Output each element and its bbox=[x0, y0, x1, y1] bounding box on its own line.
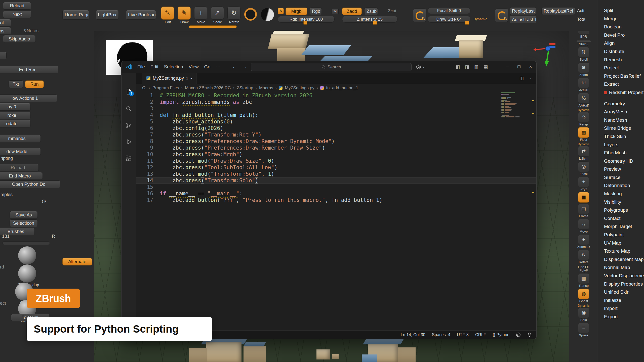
tool-panel-item-texture-map[interactable]: Texture Map bbox=[604, 247, 643, 255]
left-skip-audio[interactable]: Skip Audio bbox=[3, 35, 36, 43]
rgb-intensity-slider[interactable]: Rgb Intensity 100 bbox=[278, 16, 335, 23]
tool-panel-item-bevel-pro[interactable]: Bevel Pro bbox=[604, 31, 643, 39]
viewport-icon-floor[interactable]: ▦Floor bbox=[578, 127, 589, 142]
tool-panel-item-nanomesh[interactable]: NanoMesh bbox=[604, 116, 643, 124]
left-reload[interactable]: Reload bbox=[0, 164, 39, 171]
viewport-icon-spix-3[interactable]: SPix 3 bbox=[577, 39, 591, 46]
tool-panel-item-displacement-map[interactable]: Displacement Map bbox=[604, 255, 643, 264]
tool-panel-item-visibility[interactable]: Visibility bbox=[604, 198, 643, 206]
viewport-icon-solo[interactable]: Dynamic◉Solo bbox=[578, 304, 590, 322]
maximize-button[interactable]: □ bbox=[513, 64, 525, 70]
tota-button[interactable]: Tota bbox=[577, 17, 585, 22]
tool-panel-item-unified-skin[interactable]: Unified Skin bbox=[604, 288, 643, 296]
home-page-button[interactable]: Home Page bbox=[62, 10, 89, 20]
tool-panel-item-align[interactable]: Align bbox=[604, 39, 643, 48]
code-line-5[interactable]: 5 zbc.show_actions(0) bbox=[136, 118, 536, 125]
rgb-button[interactable]: Rgb bbox=[310, 8, 322, 15]
a-toggle[interactable]: A bbox=[278, 8, 284, 14]
code-line-14[interactable]: 14 zbc.press("Transform:Solo") bbox=[136, 177, 536, 184]
viewport-icon-comments[interactable]: ▣ bbox=[578, 192, 589, 203]
toggle-panel-left-icon[interactable]: ◧ bbox=[453, 64, 462, 70]
code-line-4[interactable]: 4def fn_add_button_1(item_path): bbox=[136, 112, 536, 118]
tool-panel-item-polypaint[interactable]: Polypaint bbox=[604, 231, 643, 239]
tool-panel-item-masking[interactable]: Masking bbox=[604, 190, 643, 198]
mode-edit-button[interactable]: ✎Edit bbox=[161, 7, 175, 24]
extensions-icon[interactable] bbox=[122, 155, 136, 163]
tool-panel-item-slime-bridge[interactable]: Slime Bridge bbox=[604, 124, 643, 132]
code-editor[interactable]: 1# ZBRUSH MACRO - Recorded in ZBrush ver… bbox=[136, 92, 536, 331]
axis-gizmo[interactable] bbox=[533, 42, 557, 68]
left-ot[interactable]: ot bbox=[0, 19, 11, 27]
viewport-icon-aahalf[interactable]: ½AAHalf bbox=[578, 93, 589, 107]
draw-size-slider[interactable]: Draw Size 64 bbox=[428, 16, 470, 23]
z-intensity-slider[interactable]: Z Intensity 25 bbox=[342, 16, 397, 23]
viewport-icon-persp[interactable]: Dynamic◇Persp bbox=[578, 108, 590, 126]
left-slider[interactable] bbox=[3, 241, 50, 245]
tool-panel-item-fibermesh[interactable]: FiberMesh bbox=[604, 149, 643, 157]
code-line-8[interactable]: 8 zbc.press("Preferences:Draw:Remember D… bbox=[136, 138, 536, 145]
viewport-icon-ghost[interactable]: ◍Ghost bbox=[578, 289, 589, 303]
left-odate[interactable]: odate bbox=[0, 120, 31, 127]
breadcrumb-fn-add-button-1[interactable]: fn_add_button_1 bbox=[326, 85, 358, 90]
tool-panel-item-normal-map[interactable]: Normal Map bbox=[604, 263, 643, 272]
m-button[interactable]: M bbox=[332, 8, 339, 14]
forward-arrow-icon[interactable]: → bbox=[242, 64, 247, 70]
tool-panel-item-export[interactable]: Export bbox=[604, 313, 643, 321]
feedback-smiley-icon[interactable] bbox=[516, 332, 521, 337]
modified-dot-icon[interactable]: ● bbox=[190, 76, 192, 80]
spix-slider[interactable] bbox=[577, 40, 591, 42]
tool-panel-item-extract[interactable]: Extract bbox=[604, 80, 643, 88]
code-line-3[interactable]: 3 bbox=[136, 105, 536, 112]
menu-item[interactable]: ⋯ bbox=[213, 64, 223, 70]
tool-panel-item-contact[interactable]: Contact bbox=[604, 214, 643, 223]
mode-scale-button[interactable]: ↗Scale bbox=[211, 7, 224, 24]
notifications-bell-icon[interactable] bbox=[527, 332, 532, 337]
search-sidebar-icon[interactable] bbox=[122, 105, 136, 113]
search-input[interactable]: Search bbox=[251, 63, 412, 71]
code-line-1[interactable]: 1# ZBRUSH MACRO - Recorded in ZBrush ver… bbox=[136, 92, 536, 99]
viewport-icon-frame[interactable]: ▢Frame bbox=[578, 204, 589, 218]
alpha-ring-icon[interactable] bbox=[244, 8, 257, 21]
left-selecticon[interactable]: SelectIcon bbox=[10, 219, 38, 227]
tab-myzsettings[interactable]: MyZSettings.py 1 ● bbox=[142, 73, 197, 84]
code-line-17[interactable]: 17 zbc.add_button("???", "Press to run t… bbox=[136, 197, 536, 203]
mode-move-button[interactable]: +Move bbox=[194, 7, 208, 24]
tool-panel-item-remesh[interactable]: Remesh bbox=[604, 56, 643, 64]
viewport-icon-rotate[interactable]: ↻Rotate bbox=[578, 250, 589, 264]
tool-panel-item-preview[interactable]: Preview bbox=[604, 165, 643, 173]
menu-selection[interactable]: Selection bbox=[161, 64, 186, 70]
code-line-2[interactable]: 2import zbrush.commands as zbc bbox=[136, 99, 536, 105]
tool-panel-item-layers[interactable]: Layers bbox=[604, 141, 643, 149]
breadcrumb-myzsettings-py[interactable]: MyZSettings.py bbox=[285, 85, 314, 90]
left-next[interactable]: Next bbox=[3, 11, 31, 18]
breadcrumb-maxon-zbrush-2026-rc[interactable]: Maxon ZBrush 2026 RC bbox=[185, 85, 231, 90]
mode-draw-button[interactable]: ✎Draw bbox=[178, 7, 191, 24]
tool-panel-item-import[interactable]: Import bbox=[604, 304, 643, 313]
split-editor-icon[interactable]: ◫ bbox=[519, 75, 524, 81]
code-line-7[interactable]: 7 zbc.press("Transform:Rot Y") bbox=[136, 131, 536, 138]
left-end-rec[interactable]: End Rec bbox=[0, 66, 58, 73]
mrgb-button[interactable]: Mrgb bbox=[286, 8, 307, 15]
code-line-13[interactable]: 13 zbc.set_mod("Transform:Solo", 1) bbox=[136, 171, 536, 177]
viewport-icon-zoom3d[interactable]: ⊞Zoom3D bbox=[577, 234, 590, 249]
tool-panel-item-vector-displacement[interactable]: Vector Displacement bbox=[604, 272, 643, 280]
tool-panel-item-deformation[interactable]: Deformation bbox=[604, 182, 643, 190]
tool-panel-item-redshift-properties[interactable]: Redshift Properties bbox=[604, 88, 643, 97]
tool-panel-item-initialize[interactable]: Initialize bbox=[604, 296, 643, 305]
back-arrow-icon[interactable]: ← bbox=[232, 64, 237, 70]
tool-panel-item-polygroups[interactable]: Polygroups bbox=[604, 206, 643, 214]
live-boolean-button[interactable]: Live Boolean bbox=[126, 10, 156, 20]
code-line-9[interactable]: 9 zbc.press("Preferences:Draw:Remember D… bbox=[136, 145, 536, 151]
menu-file[interactable]: File bbox=[135, 64, 148, 70]
code-line-11[interactable]: 11 zbc.set_mod("Draw:Draw Size", 0) bbox=[136, 158, 536, 164]
adjust-last-button[interactable]: AdjustLast 1 bbox=[510, 16, 536, 23]
menu-go[interactable]: Go bbox=[202, 64, 213, 70]
left-e[interactable]: e bbox=[0, 52, 7, 59]
menu-view[interactable]: View bbox=[186, 64, 202, 70]
alternate-button[interactable]: Alternate bbox=[62, 258, 92, 265]
tool-panel-item-split[interactable]: Split bbox=[604, 7, 643, 15]
tool-panel-item-surface[interactable]: Surface bbox=[604, 173, 643, 182]
matcap-sphere-icon[interactable] bbox=[261, 8, 274, 21]
replay-last-rel-button[interactable]: ReplayLastRel bbox=[541, 7, 575, 15]
status-python[interactable]: {} Python bbox=[493, 332, 509, 337]
